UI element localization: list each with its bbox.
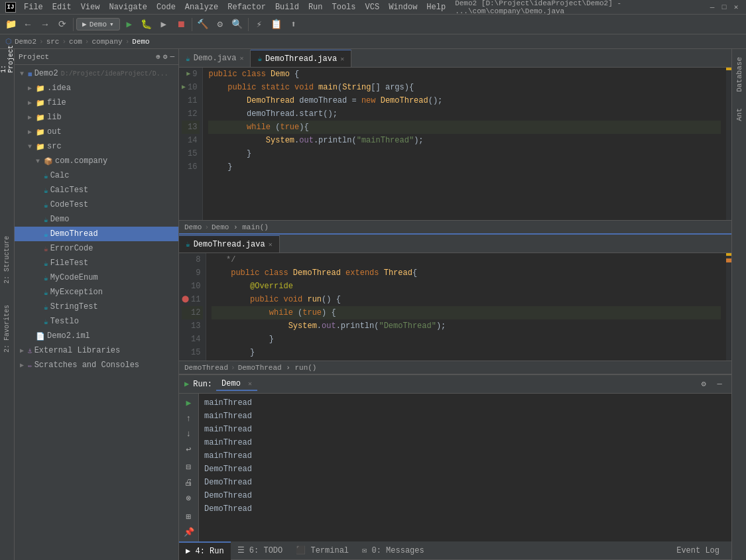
tree-item-external-libs[interactable]: ▶ ⚓ External Libraries (15, 343, 178, 358)
run-filter-btn[interactable]: ⊟ (182, 461, 196, 474)
run-tab-close[interactable]: ✕ (248, 380, 252, 388)
tree-item-scratches[interactable]: ▶ ✏ Scratches and Consoles (15, 358, 178, 372)
tree-item-out[interactable]: ▶ 📁 out (15, 125, 178, 139)
maximize-button[interactable]: □ (719, 3, 729, 12)
vcs-commit-btn[interactable]: 📋 (269, 17, 284, 32)
vcs-update-btn[interactable]: ⚡ (251, 17, 267, 32)
menu-refactor[interactable]: Refactor (223, 3, 270, 12)
tab-demo-java[interactable]: ☕ Demo.java ✕ (179, 50, 251, 67)
toolbar-open-btn[interactable]: 📁 (3, 17, 19, 32)
bottom-tab-messages[interactable]: ✉ 0: Messages (355, 541, 431, 560)
bottom-tab-todo[interactable]: ☰ 6: TODO (231, 541, 290, 560)
tab-close-demothread-bottom[interactable]: ✕ (269, 241, 273, 249)
menu-bar[interactable]: File Edit View Navigate Code Analyze Ref… (20, 3, 450, 12)
menu-window[interactable]: Window (385, 3, 421, 12)
run-clear-btn[interactable]: ⊗ (182, 492, 196, 505)
sidebar-scope-btn[interactable]: ⊕ (156, 52, 160, 61)
run-scroll-down-btn[interactable]: ↓ (182, 427, 196, 440)
tab-demothread-java-bottom[interactable]: ☕ DemoThread.java ✕ (179, 235, 280, 252)
tree-item-demo[interactable]: ☕ Demo (15, 212, 178, 227)
breadcrumb-item-company[interactable]: company (92, 38, 122, 46)
run-print-btn[interactable]: 🖨 (182, 476, 196, 489)
sidebar-gear-btn[interactable]: ⚙ (163, 52, 168, 61)
tree-item-errorcode[interactable]: ☕ ErrorCode (15, 241, 178, 256)
structure-tab[interactable]: 2: Structure (2, 232, 12, 288)
build-btn[interactable]: 🔨 (195, 17, 211, 32)
menu-run[interactable]: Run (304, 3, 327, 12)
breadcrumb-item-demo2[interactable]: Demo2 (15, 38, 36, 46)
run-wrap-btn[interactable]: ↩ (182, 443, 196, 455)
tree-item-src[interactable]: ▼ 📁 src (15, 139, 178, 154)
sidebar-collapse-btn[interactable]: — (170, 52, 174, 61)
run-scroll-up-btn[interactable]: ↑ (182, 412, 196, 424)
menu-code[interactable]: Code (153, 3, 180, 12)
run-minimize-btn[interactable]: — (713, 378, 726, 391)
sdk-btn[interactable]: ⚙ (212, 17, 228, 32)
bottom-tab-terminal[interactable]: ⬛ Terminal (289, 541, 355, 560)
menu-file[interactable]: File (20, 3, 47, 12)
run-settings-btn[interactable]: ⚙ (697, 378, 710, 391)
vtab-database[interactable]: Database (734, 52, 745, 97)
stop-btn[interactable]: ⏹ (173, 17, 189, 32)
code-content-bottom[interactable]: */ public class DemoThread extends Threa… (206, 253, 726, 361)
run-btn[interactable]: ▶ (121, 17, 137, 32)
tree-item-filetest[interactable]: ☕ FileTest (15, 256, 178, 270)
tree-item-calc[interactable]: ☕ Calc (15, 168, 178, 183)
tree-item-demo2[interactable]: ▼ ◼ Demo2 D:/Project/ideaProject/D... (15, 66, 178, 81)
menu-analyze[interactable]: Analyze (181, 3, 222, 12)
menu-vcs[interactable]: VCS (361, 3, 384, 12)
menu-help[interactable]: Help (422, 3, 450, 12)
search-everywhere-btn[interactable]: 🔍 (229, 17, 245, 32)
left-structure-panel: 2: Structure 2: Favorites (0, 232, 15, 357)
tree-item-com-company[interactable]: ▼ 📦 com.company (15, 154, 178, 168)
tree-item-myexception[interactable]: ☕ MyException (15, 285, 178, 300)
toolbar-refresh-btn[interactable]: ⟳ (54, 17, 70, 32)
toolbar-back-btn[interactable]: ← (20, 17, 36, 32)
tree-item-testlo[interactable]: ☕ Testlo (15, 314, 178, 329)
run-tab-demo[interactable]: Demo ✕ (216, 378, 257, 391)
bottom-tab-todo-label: ☰ 6: TODO (237, 545, 283, 555)
breadcrumb-item-com[interactable]: com (69, 38, 82, 46)
toolbar-forward-btn[interactable]: → (37, 17, 53, 32)
tree-item-codetest[interactable]: ☕ CodeTest (15, 197, 178, 212)
tree-item-lib[interactable]: ▶ 📁 lib (15, 110, 178, 125)
close-button[interactable]: ✕ (731, 3, 741, 12)
tree-item-file[interactable]: ▶ 📁 file (15, 95, 178, 110)
bottom-tab-event-log[interactable]: Event Log (670, 541, 726, 560)
menu-navigate[interactable]: Navigate (105, 3, 151, 12)
debug-btn[interactable]: 🐛 (139, 17, 155, 32)
minimize-button[interactable]: — (708, 3, 717, 12)
project-tab[interactable]: 1: Project (0, 52, 15, 66)
tab-close-demothread-top[interactable]: ✕ (340, 55, 344, 63)
run-pin-btn[interactable]: 📌 (182, 526, 196, 539)
code-content-top[interactable]: public class Demo { public static void m… (203, 68, 726, 220)
tree-item-demothread[interactable]: ☕ DemoThread (15, 227, 178, 241)
folder-icon-lib: 📁 (36, 113, 45, 122)
vtab-ant[interactable]: Ant (734, 103, 745, 127)
menu-view[interactable]: View (77, 3, 104, 12)
tree-item-calctest[interactable]: ☕ CalcTest (15, 183, 178, 197)
run-layout-btn[interactable]: ⊞ (182, 510, 196, 523)
window-controls[interactable]: — □ ✕ (708, 3, 741, 12)
vcs-push-btn[interactable]: ⬆ (286, 17, 302, 32)
menu-edit[interactable]: Edit (48, 3, 76, 12)
right-marker-top (726, 68, 731, 220)
menu-tools[interactable]: Tools (328, 3, 360, 12)
breadcrumb-sep-4: › (125, 38, 130, 46)
run-config-selector[interactable]: ▶ Demo ▾ (76, 18, 120, 30)
favorites-tab[interactable]: 2: Favorites (2, 301, 12, 357)
tree-item-idea[interactable]: ▶ 📁 .idea (15, 81, 178, 95)
run-tab-label[interactable]: Run: (193, 380, 212, 389)
run-coverage-btn[interactable]: ▶ (156, 17, 172, 32)
tree-item-demo2iml[interactable]: 📄 Demo2.iml (15, 329, 178, 343)
tree-item-stringtest[interactable]: ☕ StringTest (15, 300, 178, 314)
run-play-btn[interactable]: ▶ (182, 396, 196, 409)
menu-build[interactable]: Build (271, 3, 303, 12)
tree-arrow-scratches: ▶ (20, 361, 28, 369)
tree-item-mycodeenum[interactable]: ☕ MyCodeEnum (15, 270, 178, 285)
breadcrumb-item-demo[interactable]: Demo (132, 38, 149, 46)
tab-demothread-java-top[interactable]: ☕ DemoThread.java ✕ (251, 50, 351, 67)
breadcrumb-item-src[interactable]: src (46, 38, 60, 46)
tab-close-demo[interactable]: ✕ (239, 54, 243, 62)
bottom-tab-run[interactable]: ▶ 4: Run (179, 541, 231, 560)
